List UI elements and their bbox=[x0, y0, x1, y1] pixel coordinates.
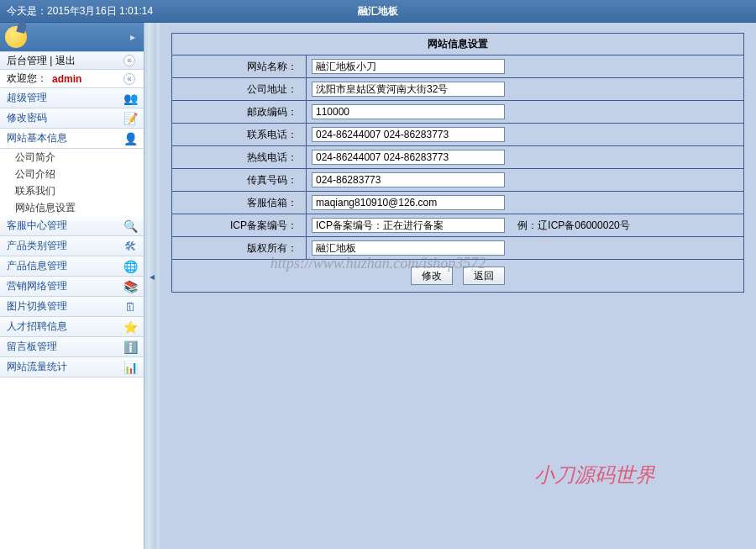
input-icp[interactable] bbox=[312, 218, 505, 233]
form-title: 网站信息设置 bbox=[172, 34, 744, 55]
label-postal: 邮政编码： bbox=[172, 101, 307, 124]
manage-header[interactable]: 后台管理 | 退出 « bbox=[0, 51, 144, 70]
nav-site-info[interactable]: 网站基本信息 👤 bbox=[0, 129, 144, 149]
nav-label: 产品类别管理 bbox=[7, 239, 67, 253]
app-title: 融汇地板 bbox=[0, 4, 756, 18]
sidebar: ▸ 后台管理 | 退出 « 欢迎您： admin « 超级管理 👥 修改密码 📝… bbox=[0, 23, 144, 549]
sub-site-settings[interactable]: 网站信息设置 bbox=[0, 199, 144, 216]
nav-label: 图片切换管理 bbox=[7, 299, 67, 314]
bee-logo-icon bbox=[5, 26, 27, 48]
expand-icon[interactable]: ▸ bbox=[130, 31, 135, 43]
input-company-addr[interactable] bbox=[312, 82, 505, 97]
label-site-name: 网站名称： bbox=[172, 55, 307, 78]
sub-label: 公司简介 bbox=[15, 150, 55, 165]
label-phone: 联系电话： bbox=[172, 124, 307, 146]
info-icon: ℹ️ bbox=[123, 340, 137, 354]
star-person-icon: ⭐ bbox=[123, 320, 137, 334]
calendar-icon: 🗓 bbox=[123, 300, 137, 314]
person-icon: 👤 bbox=[123, 132, 137, 145]
label-copyright: 版权所有： bbox=[172, 237, 307, 260]
sub-company-brief[interactable]: 公司简介 bbox=[0, 149, 144, 166]
input-fax[interactable] bbox=[312, 172, 505, 187]
label-icp: ICP备案编号： bbox=[172, 214, 307, 237]
nav-traffic-stats[interactable]: 网站流量统计 📊 bbox=[0, 357, 144, 377]
nav-label: 网站流量统计 bbox=[7, 360, 67, 374]
sub-company-intro[interactable]: 公司介绍 bbox=[0, 166, 144, 182]
input-hotline[interactable] bbox=[312, 150, 505, 165]
input-phone[interactable] bbox=[312, 127, 505, 142]
nav-product-info[interactable]: 产品信息管理 🌐 bbox=[0, 256, 144, 277]
nav-label: 留言板管理 bbox=[7, 340, 57, 354]
collapse-icon[interactable]: « bbox=[123, 73, 135, 85]
splitter[interactable]: ◂ bbox=[144, 23, 160, 549]
icp-hint: 例：辽ICP备06000020号 bbox=[517, 219, 629, 231]
nav-label: 网站基本信息 bbox=[7, 131, 67, 145]
nav-recruit[interactable]: 人才招聘信息 ⭐ bbox=[0, 317, 144, 337]
nav-label: 人才招聘信息 bbox=[7, 319, 67, 334]
sub-contact-us[interactable]: 联系我们 bbox=[0, 182, 144, 199]
splitter-handle-icon[interactable]: ◂ bbox=[149, 271, 155, 284]
label-fax: 传真号码： bbox=[172, 169, 307, 192]
nav-cs-center[interactable]: 客服中心管理 🔍 bbox=[0, 216, 144, 236]
welcome-label: 欢迎您： bbox=[7, 71, 47, 86]
watermark-brand: 小刀源码世界 bbox=[534, 462, 655, 488]
sub-label: 联系我们 bbox=[15, 184, 55, 198]
logo-bar: ▸ bbox=[0, 23, 144, 51]
nav-marketing-network[interactable]: 营销网络管理 📚 bbox=[0, 277, 144, 297]
top-bar: 融汇地板 今天是：2015年3月16日 1:01:14 bbox=[0, 0, 756, 23]
button-row: 修改 返回 bbox=[171, 260, 744, 293]
modify-button[interactable]: 修改 bbox=[411, 267, 453, 285]
input-cs-email[interactable] bbox=[312, 195, 505, 210]
main-panel: 网站信息设置 网站名称： 公司地址： 邮政编码： 联系电话： bbox=[160, 23, 756, 549]
back-button[interactable]: 返回 bbox=[463, 267, 505, 285]
nav-label: 超级管理 bbox=[7, 91, 47, 105]
input-postal[interactable] bbox=[312, 104, 505, 119]
label-company-addr: 公司地址： bbox=[172, 78, 307, 101]
nav-image-switch[interactable]: 图片切换管理 🗓 bbox=[0, 297, 144, 317]
manage-label: 后台管理 | 退出 bbox=[7, 54, 76, 68]
nav-label: 产品信息管理 bbox=[7, 259, 67, 273]
label-hotline: 热线电话： bbox=[172, 146, 307, 169]
tools-icon: 🛠 bbox=[123, 240, 137, 253]
nav-label: 营销网络管理 bbox=[7, 279, 67, 293]
nav-super-admin[interactable]: 超级管理 👥 bbox=[0, 88, 144, 108]
sub-label: 公司介绍 bbox=[15, 167, 55, 182]
gear-people-icon: 👥 bbox=[123, 92, 137, 105]
label-cs-email: 客服信箱： bbox=[172, 192, 307, 214]
collapse-icon[interactable]: « bbox=[123, 55, 135, 66]
input-copyright[interactable] bbox=[312, 240, 505, 256]
nav-label: 客服中心管理 bbox=[7, 219, 67, 233]
chart-icon: 📊 bbox=[123, 361, 137, 374]
nav-product-category[interactable]: 产品类别管理 🛠 bbox=[0, 236, 144, 256]
nav-change-password[interactable]: 修改密码 📝 bbox=[0, 108, 144, 129]
books-icon: 📚 bbox=[123, 280, 137, 293]
edit-icon: 📝 bbox=[123, 112, 137, 125]
settings-form: 网站信息设置 网站名称： 公司地址： 邮政编码： 联系电话： bbox=[171, 33, 744, 260]
nav-guestbook[interactable]: 留言板管理 ℹ️ bbox=[0, 337, 144, 357]
globe-icon: 🌐 bbox=[123, 260, 137, 273]
search-icon: 🔍 bbox=[123, 219, 137, 233]
username: admin bbox=[52, 73, 81, 85]
welcome-row: 欢迎您： admin « bbox=[0, 70, 144, 88]
input-site-name[interactable] bbox=[312, 59, 505, 74]
nav-label: 修改密码 bbox=[7, 111, 47, 125]
sub-label: 网站信息设置 bbox=[15, 201, 76, 215]
